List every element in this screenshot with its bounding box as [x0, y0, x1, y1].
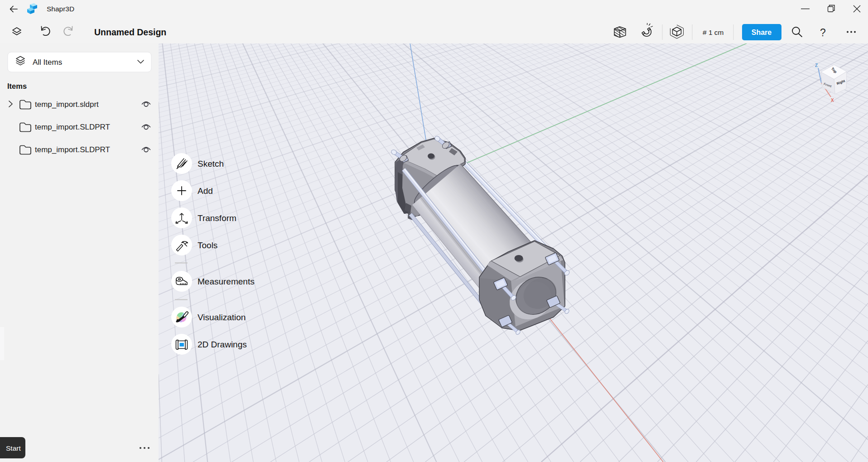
svg-text:Items: Items: [7, 82, 27, 90]
svg-text:Sketch: Sketch: [198, 159, 224, 168]
svg-text:Transform: Transform: [198, 213, 236, 223]
svg-text:Tools: Tools: [198, 241, 217, 250]
svg-text:Visualization: Visualization: [198, 313, 246, 322]
svg-text:?: ?: [820, 27, 826, 38]
svg-text:temp_import.SLDPRT: temp_import.SLDPRT: [35, 145, 110, 154]
svg-text:# 1 cm: # 1 cm: [703, 29, 724, 36]
svg-text:Start: Start: [6, 444, 21, 452]
svg-text:temp_import.SLDPRT: temp_import.SLDPRT: [35, 123, 110, 131]
svg-text:Share: Share: [752, 29, 772, 36]
svg-text:All Items: All Items: [33, 58, 62, 67]
svg-text:Measurements: Measurements: [198, 277, 255, 286]
svg-text:Add: Add: [198, 186, 213, 196]
svg-text:Shapr3D: Shapr3D: [47, 5, 74, 13]
svg-text:temp_import.sldprt: temp_import.sldprt: [35, 100, 99, 109]
svg-text:2D Drawings: 2D Drawings: [198, 340, 247, 349]
svg-text:Unnamed Design: Unnamed Design: [94, 27, 166, 37]
